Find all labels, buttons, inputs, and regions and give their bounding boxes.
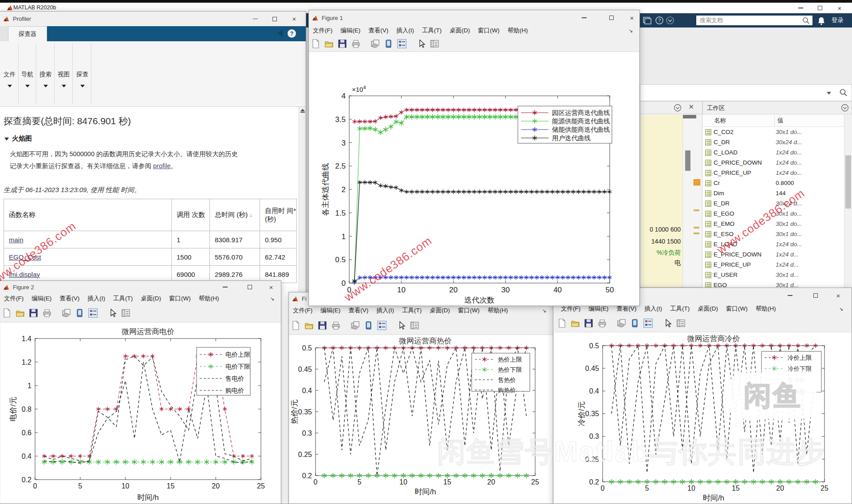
variable-grid-icon bbox=[705, 180, 711, 186]
workspace-variable-row[interactable]: C_LOAD1x24 do... bbox=[702, 147, 844, 158]
svg-text:10: 10 bbox=[397, 286, 406, 294]
doc-search-placeholder: 搜索文档 bbox=[700, 16, 802, 24]
address-bar[interactable] bbox=[640, 84, 852, 101]
doc-search-input[interactable]: 搜索文档 bbox=[696, 15, 813, 26]
workspace-variable-row[interactable]: E_ESO30x1 do... bbox=[702, 229, 844, 239]
svg-text:0.4: 0.4 bbox=[22, 453, 32, 460]
address-dropdown-icon[interactable] bbox=[827, 92, 831, 94]
workspace-variable-row[interactable]: E_PRICE_UP1x24 d... bbox=[702, 260, 844, 270]
svg-text:20: 20 bbox=[449, 286, 458, 294]
workspace-variable-row[interactable]: Dim144 bbox=[702, 188, 844, 198]
workspace-menu-icon[interactable] bbox=[841, 104, 849, 112]
editor-scrollbar-thumb[interactable] bbox=[685, 150, 690, 171]
workspace-col-name[interactable]: 名称 bbox=[714, 117, 726, 125]
svg-text:15: 15 bbox=[732, 484, 740, 492]
function-link[interactable]: main bbox=[4, 231, 172, 248]
editor-code-area[interactable]: 0 1000 6001440 1500%冷负荷电 bbox=[641, 115, 682, 287]
workspace-variable-row[interactable]: C_DR30x24 d... bbox=[702, 137, 844, 147]
ribbon-group-dropdown-icon[interactable] bbox=[62, 85, 66, 87]
profiler-scroll-up-icon[interactable] bbox=[300, 109, 305, 113]
flame-section-title[interactable]: 火焰图 bbox=[4, 134, 32, 143]
svg-text:25: 25 bbox=[531, 478, 539, 486]
workspace-scrollbar[interactable] bbox=[844, 114, 852, 287]
profiler-col-header[interactable]: 总时间 (秒) ↓ bbox=[210, 199, 260, 231]
workspace-variable-row[interactable]: EGO30x1 d... bbox=[702, 280, 844, 287]
editor-panel-header: ✕ bbox=[640, 102, 702, 114]
svg-text:2.5: 2.5 bbox=[335, 162, 346, 170]
profiler-col-header[interactable]: 调用 次数 bbox=[172, 199, 210, 231]
workspace-variable-row[interactable]: Cr0.8000 bbox=[702, 178, 844, 188]
svg-text:各主体迭代曲线: 各主体迭代曲线 bbox=[321, 163, 330, 216]
profiler-tab-explorer[interactable]: 探查器 bbox=[8, 26, 47, 41]
profile-link[interactable]: profile bbox=[153, 162, 171, 169]
variable-grid-icon bbox=[705, 190, 711, 197]
workspace-variable-row[interactable]: C_CO230x1 do... bbox=[702, 127, 844, 137]
ribbon-group-5[interactable]: 探查 bbox=[74, 41, 91, 106]
maximize-button[interactable] bbox=[810, 3, 830, 13]
variable-grid-icon bbox=[705, 150, 711, 156]
workspace-col-value[interactable]: 值 bbox=[777, 117, 784, 125]
panel-menu-icon[interactable] bbox=[674, 104, 682, 112]
profiler-table-header-row: 函数名称调用 次数总时间 (秒) ↓自用时 间*(秒) bbox=[4, 199, 297, 231]
svg-text:2: 2 bbox=[342, 185, 346, 194]
ribbon-group-3[interactable]: 搜索 bbox=[37, 41, 54, 106]
panel-close-icon[interactable]: ✕ bbox=[688, 103, 694, 111]
variable-grid-icon bbox=[705, 282, 711, 288]
svg-text:售热价: 售热价 bbox=[498, 377, 516, 383]
login-button[interactable]: 登录 bbox=[832, 16, 844, 24]
profiler-maximize-button[interactable] bbox=[265, 12, 284, 26]
svg-text:0.25: 0.25 bbox=[298, 451, 312, 458]
ribbon-group-2[interactable]: 导航 bbox=[19, 41, 36, 106]
workspace-variable-row[interactable]: C_PRICE_DOWN1x24 do... bbox=[702, 158, 844, 168]
editor-scrollbar-top bbox=[683, 115, 696, 118]
ribbon-group-1[interactable]: 文件 bbox=[1, 41, 18, 106]
svg-text:0.35: 0.35 bbox=[298, 408, 312, 416]
svg-text:0: 0 bbox=[314, 478, 318, 486]
svg-text:5: 5 bbox=[358, 478, 362, 486]
svg-text:冷价上限: 冷价上限 bbox=[788, 354, 812, 361]
ribbon-group-4[interactable]: 视图 bbox=[55, 41, 72, 106]
profiler-col-header[interactable]: 自用时 间*(秒) bbox=[260, 199, 297, 231]
ribbon-chevron-icon bbox=[277, 30, 283, 37]
profiler-generated-line: 生成于 06-11-2023 13:23:09, 使用 性能 时间。 bbox=[4, 186, 141, 194]
workspace-header: 工作区 bbox=[702, 101, 852, 114]
variable-grid-icon bbox=[705, 252, 711, 258]
profiler-col-header[interactable]: 函数名称 bbox=[4, 199, 172, 231]
profiler-close-button[interactable]: × bbox=[284, 12, 304, 26]
svg-text:1: 1 bbox=[342, 232, 346, 241]
svg-text:冷价下限: 冷价下限 bbox=[788, 366, 812, 372]
svg-text:1.2: 1.2 bbox=[22, 358, 32, 366]
ribbon-group-dropdown-icon[interactable] bbox=[8, 85, 12, 87]
ribbon-group-dropdown-icon[interactable] bbox=[43, 85, 48, 87]
minimize-button[interactable] bbox=[791, 3, 810, 13]
svg-text:5: 5 bbox=[645, 484, 649, 492]
svg-text:时间/h: 时间/h bbox=[414, 488, 436, 496]
figure2-chart: 05101520250.20.40.60.811.21.4微网运营商电价时间/h… bbox=[0, 281, 282, 504]
workspace-variable-row[interactable]: E_USER30x1 d... bbox=[702, 270, 844, 280]
svg-text:购热价: 购热价 bbox=[498, 387, 516, 394]
svg-text:10: 10 bbox=[122, 482, 130, 490]
ribbon-group-dropdown-icon[interactable] bbox=[80, 85, 85, 87]
svg-text:30: 30 bbox=[501, 286, 510, 294]
svg-text:20: 20 bbox=[487, 478, 495, 486]
address-search-icon[interactable] bbox=[839, 88, 848, 97]
svg-text:10: 10 bbox=[687, 484, 695, 492]
notifications-bell-icon[interactable] bbox=[816, 16, 826, 26]
toolbar-mini-icons[interactable]: ? bbox=[643, 16, 691, 25]
screen: MATLAB R2020b × ? 搜索文档 登录 bbox=[0, 0, 852, 504]
svg-text:0.5: 0.5 bbox=[335, 256, 346, 264]
variable-grid-icon bbox=[705, 231, 711, 237]
search-icon[interactable] bbox=[802, 16, 810, 24]
svg-text:0: 0 bbox=[33, 482, 37, 490]
ribbon-group-dropdown-icon[interactable] bbox=[25, 85, 30, 87]
workspace-variable-row[interactable]: C_PRICE_UP1x24 do... bbox=[702, 168, 844, 178]
close-button[interactable]: × bbox=[830, 3, 849, 13]
svg-text:微网运营商热价: 微网运营商热价 bbox=[399, 337, 452, 345]
variable-grid-icon bbox=[705, 160, 711, 166]
profiler-minimize-button[interactable] bbox=[245, 12, 265, 26]
ribbon-help-icon[interactable]: ? bbox=[288, 29, 296, 38]
editor-tick-2 bbox=[694, 227, 699, 228]
svg-text:热价下限: 热价下限 bbox=[498, 366, 522, 373]
svg-text:购电价: 购电价 bbox=[225, 387, 244, 394]
workspace-panel: 工作区 名称 值 C_CO230x1 do...C_DR30x24 d...C_… bbox=[702, 101, 852, 287]
